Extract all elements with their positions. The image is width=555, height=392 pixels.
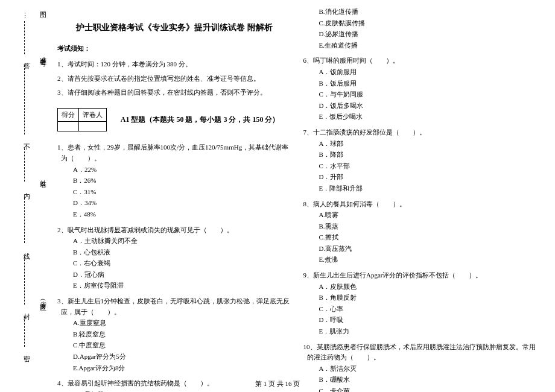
question-stem: 10、某膀胱癌患者行保留膀胱术，术后应用膀胱灌注法治疗预防肿瘤复发。常用的灌注药… [303, 342, 538, 363]
instruction-line: 1、考试时间：120 分钟，本卷满分为 380 分。 [57, 59, 291, 70]
ticket-label: 准考证号 [37, 51, 48, 56]
question-option: D.泌尿道传播 [303, 29, 538, 40]
seal-line [24, 65, 25, 134]
question-option: D．34% [57, 198, 291, 209]
seal-line [24, 21, 25, 54]
question-option: C．右心衰竭 [57, 258, 291, 269]
binding-margin: 图） 准考证号 姓名 省（市区） … 答 不 内 线 封 密 [0, 0, 48, 374]
question-option: A．异烟肼 [57, 390, 291, 392]
questions-right: 6、吗丁啉的服用时间（ ）。A．饭前服用B．饭后服用C．与牛奶同服D．饭后多喝水… [303, 55, 538, 392]
question-option: C.皮肤黏膜传播 [303, 18, 538, 29]
question-option: D.高压蒸汽 [303, 244, 538, 254]
question-option: E．饭后少喝水 [303, 112, 538, 122]
question-option: E．降部和升部 [303, 183, 538, 194]
question-stem: 3、新生儿生后1分钟检查，皮肤苍白，无呼吸和心跳，肌张力松弛，弹足底无反应，属于… [57, 296, 291, 317]
question-option: D．升部 [303, 172, 538, 183]
question-stem: 9、新生儿出生后进行Apgar评分的评价指标不包括（ ）。 [303, 270, 538, 281]
question-stem: 7、十二指肠溃疡的好发部位是（ ）。 [303, 127, 538, 138]
seal-line [24, 148, 25, 182]
q5-continuation: B.消化道传播C.皮肤黏膜传播D.泌尿道传播E.生殖道传播 [303, 7, 538, 51]
question-option: D．呼吸 [303, 315, 538, 326]
score-table: 得分 评卷人 [57, 108, 107, 132]
notice-heading: 考试须知： [57, 43, 291, 54]
score-blank [58, 122, 79, 131]
question-option: C．水平部 [303, 161, 538, 172]
question-option: A．新洁尔灭 [303, 364, 538, 375]
question-option: C.擦拭 [303, 232, 538, 243]
question-option: E.煮沸 [303, 254, 538, 265]
question-option: C.中度窒息 [57, 340, 291, 351]
question-option: B.消化道传播 [303, 7, 538, 17]
instruction-line: 3、请仔细阅读各种题目的回答要求，在密封线内答题，否则不予评分。 [57, 87, 291, 98]
question-option: C．与牛奶同服 [303, 89, 538, 100]
question-option: B．降部 [303, 150, 538, 160]
question-option: E．肌张力 [303, 326, 538, 337]
question-option: B.熏蒸 [303, 221, 538, 232]
question-option: A.重度窒息 [57, 318, 291, 329]
question-stem: 6、吗丁啉的服用时间（ ）。 [303, 55, 538, 66]
question-option: A．22% [57, 165, 291, 175]
name-label: 姓名 [37, 175, 48, 177]
question-stem: 2、吸气时出现脉搏显著减弱或消失的现象可见于（ ）。 [57, 225, 291, 236]
grader-cell: 评卷人 [79, 108, 107, 122]
question-option: B.轻度窒息 [57, 329, 291, 340]
question-option: B．饭后服用 [303, 78, 538, 89]
question-option: C．心率 [303, 304, 538, 315]
question-option: A．球部 [303, 139, 538, 150]
seal-line [24, 256, 25, 305]
question-option: C．31% [57, 187, 291, 198]
content-area: 护士职业资格考试《专业实务》提升训练试卷 附解析 考试须知： 1、考试时间：12… [48, 0, 555, 374]
question-option: C．卡介苗 [303, 386, 538, 392]
question-option: A．饭前服用 [303, 67, 538, 78]
question-option: A．主动脉瓣关闭不全 [57, 236, 291, 247]
question-option: A.喷雾 [303, 210, 538, 221]
seal-char: … [21, 12, 32, 19]
question-option: B．26% [57, 175, 291, 186]
questions-left: 1、患者，女性，29岁，晨醒后脉率100次/分，血压120/75mmHg，其基础… [57, 142, 291, 392]
section-header-row: 得分 评卷人 A1 型题（本题共 50 题，每小题 3 分，共 150 分） [57, 102, 291, 138]
exam-title: 护士职业资格考试《专业实务》提升训练试卷 附解析 [57, 21, 291, 34]
grader-blank [79, 122, 107, 131]
question-option: E．房室传导阻滞 [57, 280, 291, 291]
instruction-line: 2、请首先按要求在试卷的指定位置填写您的姓名、准考证号等信息。 [57, 74, 291, 84]
question-stem: 1、患者，女性，29岁，晨醒后脉率100次/分，血压120/75mmHg，其基础… [57, 142, 291, 163]
left-column: 护士职业资格考试《专业实务》提升训练试卷 附解析 考试须知： 1、考试时间：12… [51, 6, 297, 374]
seal-line [24, 317, 25, 347]
question-option: A．皮肤颜色 [303, 282, 538, 292]
question-option: D．冠心病 [57, 270, 291, 280]
question-option: B．心包积液 [57, 247, 291, 258]
question-option: E．48% [57, 209, 291, 220]
question-option: D．饭后多喝水 [303, 101, 538, 112]
score-cell: 得分 [58, 108, 79, 122]
region-label: 省（市区） [37, 296, 48, 302]
right-column: B.消化道传播C.皮肤黏膜传播D.泌尿道传播E.生殖道传播 6、吗丁啉的服用时间… [297, 6, 544, 374]
question-option: E.Apgar评分为8分 [57, 363, 291, 374]
question-stem: 8、病人的餐具如何消毒（ ）。 [303, 199, 538, 210]
section-a1-heading: A1 型题（本题共 50 题，每小题 3 分，共 150 分） [121, 114, 280, 125]
question-option: D.Apgar评分为5分 [57, 352, 291, 362]
corner-label: 图） [37, 6, 48, 8]
question-option: B．硼酸水 [303, 375, 538, 385]
question-option: E.生殖道传播 [303, 40, 538, 51]
question-option: B．角膜反射 [303, 292, 538, 303]
seal-line [24, 198, 25, 243]
